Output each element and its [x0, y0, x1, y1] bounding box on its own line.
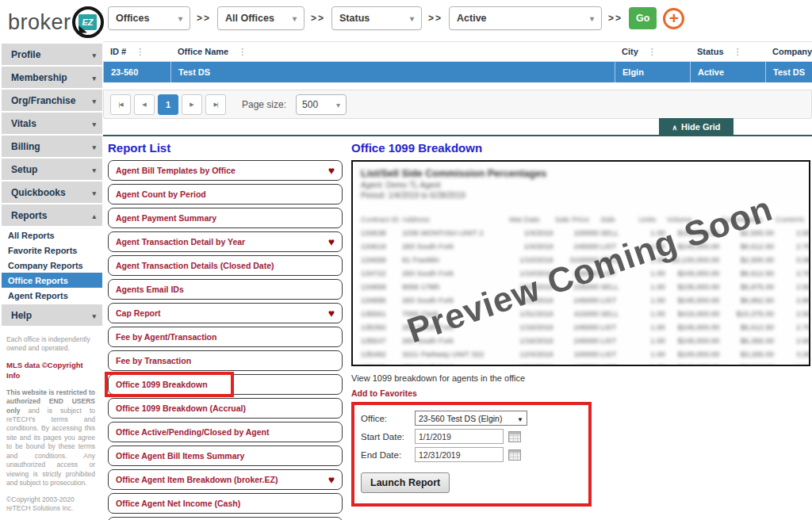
- preview-cell: 1/16/2019: [509, 323, 553, 331]
- caret-down-icon: [92, 72, 96, 83]
- first-page-button[interactable]: [110, 94, 131, 115]
- report-button[interactable]: Agent Transaction Details (Closed Date): [108, 255, 343, 276]
- office-select[interactable]: 23-560 Test DS (Elgin): [415, 411, 527, 426]
- preview-cell: 134858: [361, 282, 400, 291]
- grid-column-header[interactable]: Company Name: [765, 42, 812, 61]
- filter-separator: >>: [197, 13, 211, 24]
- sidebar-item-help[interactable]: Help: [2, 304, 102, 326]
- entity-type-select[interactable]: Offices: [108, 6, 190, 30]
- sidebar-subitem[interactable]: Company Reports: [2, 258, 102, 273]
- preview-cell: 2.700: [776, 363, 810, 366]
- calendar-icon[interactable]: [508, 449, 521, 461]
- page-size-select[interactable]: 500: [296, 94, 347, 115]
- report-button[interactable]: Fee by Agent/Transaction: [108, 327, 343, 347]
- mls-copyright-link[interactable]: MLS data ©Copyright Info: [6, 361, 95, 381]
- preview-report-agent: Agent: Demo TL Agent: [361, 181, 801, 189]
- status-field-value: Status: [339, 13, 370, 24]
- go-button[interactable]: Go: [629, 7, 657, 29]
- sidebar-subitem[interactable]: All Reports: [2, 228, 102, 243]
- sidebar-item-label: Membership: [11, 72, 67, 83]
- add-to-favorites-link[interactable]: Add to Favorites: [351, 388, 810, 398]
- preview-cell: $2,500.00: [721, 255, 774, 264]
- sidebar-accordion-item[interactable]: Org/Franchise: [2, 90, 102, 111]
- sidebar-accordion-item[interactable]: Setup: [2, 159, 102, 180]
- preview-cell: 245000: [555, 323, 599, 331]
- grid-column-header[interactable]: City: [615, 42, 690, 61]
- calendar-icon[interactable]: [508, 431, 521, 442]
- status-value: Active: [457, 13, 487, 24]
- launch-report-button[interactable]: Launch Report: [361, 472, 450, 493]
- preview-column-header: Sale Price: [555, 215, 599, 224]
- preview-cell: 2.700: [776, 242, 810, 250]
- caret-down-icon: [517, 414, 523, 423]
- report-button[interactable]: Agent Transaction Detail by Year: [108, 231, 343, 252]
- report-button[interactable]: Cap Report: [108, 303, 343, 323]
- preview-cell: LIST: [600, 323, 631, 331]
- sidebar-subitem[interactable]: Favorite Reports: [2, 243, 102, 258]
- next-page-button[interactable]: [182, 94, 202, 115]
- previous-page-button[interactable]: [134, 94, 155, 115]
- grid-column-header[interactable]: Office Name: [170, 42, 615, 61]
- sidebar-accordion-item[interactable]: Quickbooks: [2, 182, 102, 203]
- report-button[interactable]: Agent Payment Summary: [108, 208, 343, 228]
- report-button[interactable]: Agents Email IDs: [108, 279, 343, 300]
- preview-cell: 1/4/2019: [509, 242, 553, 250]
- report-button-label: Agent Transaction Detail by Year: [116, 237, 245, 247]
- report-button[interactable]: Office 1099 Breakdown: [108, 374, 343, 395]
- caret-down-icon: [92, 95, 96, 106]
- report-button[interactable]: Fee by Transaction: [108, 350, 343, 371]
- start-date-label: Start Date:: [361, 432, 415, 442]
- column-menu-icon[interactable]: [238, 47, 247, 57]
- preview-cell: 1.00: [639, 336, 665, 345]
- preview-cell: $6,612.50: [721, 269, 774, 277]
- grid-column-header[interactable]: Status: [690, 42, 765, 61]
- report-button[interactable]: Office Agent Bill Items Summary: [108, 445, 343, 466]
- status-field-select[interactable]: Status: [331, 6, 422, 30]
- office-filter-select[interactable]: All Offices: [217, 6, 304, 30]
- sidebar-subitem[interactable]: Office Reports: [2, 273, 102, 288]
- filter-separator: >>: [428, 13, 442, 24]
- sidebar-footer: Each office is independently owned and o…: [0, 327, 103, 520]
- column-menu-icon[interactable]: [136, 47, 144, 57]
- sidebar-subitem[interactable]: Agent Reports: [2, 288, 102, 303]
- column-label: Status: [697, 47, 724, 56]
- report-button[interactable]: Office Agent Item Breakdown (broker.EZ): [108, 469, 343, 490]
- hide-grid-button[interactable]: Hide Grid: [659, 118, 733, 135]
- report-button[interactable]: Agent Bill Templates by Office: [108, 160, 343, 181]
- status-value-select[interactable]: Active: [449, 6, 602, 30]
- table-row-selected[interactable]: 23-560 Test DS Elgin Active Test DS: [103, 62, 812, 82]
- report-button[interactable]: Office Active/Pending/Closed by Agent: [108, 422, 343, 442]
- column-label: City: [622, 47, 638, 56]
- preview-cell: 2.500: [776, 282, 810, 291]
- brokerez-logo[interactable]: broker EZ: [8, 6, 104, 38]
- caret-up-icon: [92, 210, 96, 221]
- start-date-input[interactable]: [415, 429, 504, 444]
- preview-cell: 1/4/2019: [509, 228, 553, 237]
- sidebar-item-reports[interactable]: Reports: [2, 205, 102, 226]
- legal-text: This website is restricted to authorized…: [6, 388, 95, 488]
- preview-cell: $6,862.50: [721, 296, 774, 304]
- preview-column-header: Comm%: [776, 215, 810, 224]
- sidebar-accordion-item[interactable]: Billing: [2, 136, 102, 157]
- sidebar-item-label: Setup: [11, 164, 37, 175]
- sidebar-accordion-item[interactable]: Vitals: [2, 113, 102, 134]
- preview-cell: 100000: [555, 228, 599, 237]
- preview-cell: 134619: [361, 242, 400, 250]
- add-icon[interactable]: [663, 8, 684, 29]
- sidebar-accordion-item[interactable]: Membership: [2, 67, 102, 88]
- office-select-value: 23-560 Test DS (Elgin): [419, 414, 502, 423]
- report-button[interactable]: Office 1099 Breakdown (Accrual): [108, 398, 343, 419]
- end-date-input[interactable]: [415, 447, 504, 462]
- report-button[interactable]: Office Agent Net Income (Cash): [108, 493, 343, 514]
- preview-cell: 245000: [555, 336, 599, 345]
- column-label: Company Name: [772, 47, 812, 56]
- grid-column-header[interactable]: ID #: [103, 42, 170, 61]
- column-menu-icon[interactable]: [733, 47, 742, 57]
- report-button[interactable]: [108, 517, 343, 520]
- report-button[interactable]: Agent Count by Period: [108, 184, 343, 205]
- preview-cell: 1.00: [639, 309, 665, 318]
- current-page-button[interactable]: 1: [158, 94, 178, 115]
- last-page-button[interactable]: [205, 94, 226, 115]
- sidebar-accordion-item[interactable]: Profile: [2, 44, 102, 65]
- column-menu-icon[interactable]: [648, 47, 657, 57]
